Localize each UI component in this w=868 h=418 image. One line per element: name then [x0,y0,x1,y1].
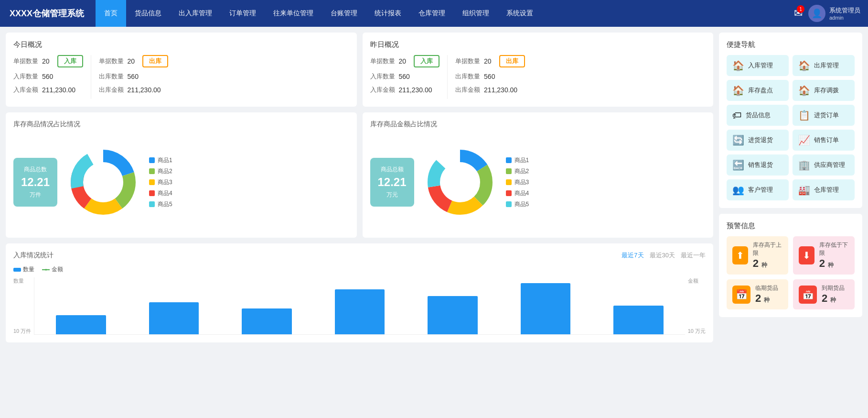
quick-nav-icon: 🏠 [798,60,810,71]
warning-count: 2 种 [822,292,845,305]
yest-qty-row: 入库数量 560 [370,72,440,81]
bar [242,308,292,334]
quick-nav-item[interactable]: 🔄进货退货 [727,130,789,151]
chart1-stat: 商品总数 12.21 万件 [13,158,57,207]
warning-info: 到期货品 2 种 [822,284,845,305]
nav-order[interactable]: 订单管理 [221,0,265,27]
yest-out-qty-value: 560 [484,73,495,80]
filter-7-btn[interactable]: 最近7天 [622,251,643,260]
yest-out-amt-value: 211,230.00 [484,86,517,94]
filter-30-btn[interactable]: 最近30天 [650,251,675,260]
quick-nav-item[interactable]: 🔙销售退货 [727,154,789,176]
today-qty-label: 入库数量 [13,72,38,81]
quick-nav-item[interactable]: 🏢供应商管理 [793,154,855,176]
inbound-legend-amt-label: 金额 [52,265,63,274]
yesterday-title: 昨日概况 [370,40,706,49]
warning-title: 预警信息 [727,221,855,231]
inbound-filters: 最近7天 最近30天 最近一年 [622,251,706,260]
warning-section: 预警信息 ⬆ 库存高于上限 2 种 ⬇ 库存低于下限 2 种 📅 临期货品 2 … [719,214,862,317]
quick-nav-label: 仓库管理 [814,186,839,194]
nav-settings[interactable]: 系统设置 [498,0,542,27]
warning-icon: ⬇ [799,246,814,264]
bar-group [592,277,685,334]
avatar: 👤 [808,5,825,22]
y-left-label: 10 万件 [13,328,31,335]
y-right-label: 10 万元 [688,328,706,335]
nav-partner[interactable]: 往来单位管理 [265,0,322,27]
today-out-amt-row: 出库金额 211,230.00 [99,86,169,94]
quick-nav-item[interactable]: 🏠出库管理 [793,55,855,76]
bar-group [220,277,313,334]
quick-nav-item[interactable]: 🏠入库管理 [727,55,789,76]
warning-item: ⬇ 库存低于下限 2 种 [793,236,855,275]
quick-nav-item[interactable]: 🏠库存盘点 [727,80,789,101]
y-left-top: 数量 [13,277,31,285]
quick-nav-item[interactable]: 👥客户管理 [727,179,789,200]
quick-nav-card: 便捷导航 🏠入库管理🏠出库管理🏠库存盘点🏠库存调拨🏷货品信息📋进货订单🔄进货退货… [719,33,862,208]
yesterday-right: 单据数量 20 出库 出库数量 560 出库金额 211,230.00 [455,55,525,99]
today-doc-value: 20 [42,57,50,65]
donut-svg-2 [422,144,498,220]
quick-nav-item[interactable]: 📋进货订单 [793,105,855,126]
warning-unit: 种 [828,262,834,268]
yest-out-amt-row: 出库金额 211,230.00 [455,86,525,94]
legend-item-2: 商品2 [149,167,172,176]
y-right-top: 金额 [688,277,706,285]
warning-info: 库存高于上限 2 种 [753,241,782,270]
user-info[interactable]: 👤 系统管理员 admin [808,5,860,22]
quick-nav-icon: 🏭 [798,184,810,196]
warning-info: 库存低于下限 2 种 [819,241,849,270]
nav-warehouse[interactable]: 仓库管理 [410,0,454,27]
yest-in-badge: 入库 [414,55,439,67]
quick-nav-item[interactable]: 📈销售订单 [793,130,855,151]
main-container: 今日概况 单据数量 20 入库 入库数量 560 入库金额 [0,27,868,418]
chart2-stat-value: 12.21 [378,176,407,189]
nav-inout[interactable]: 出入库管理 [170,0,221,27]
yest-doc-label: 单据数量 [370,57,395,66]
quick-nav-item[interactable]: 🏠库存调拨 [793,80,855,101]
nav-report[interactable]: 统计报表 [366,0,410,27]
bar [428,296,478,334]
quick-nav-label: 进货订单 [814,111,839,120]
nav-home[interactable]: 首页 [96,0,126,27]
yest-out-doc-label: 单据数量 [455,57,480,66]
chart1-stat-value: 12.21 [21,176,50,189]
quick-nav-item[interactable]: 🏷货品信息 [727,105,789,126]
chart2-legend-item-4: 商品4 [506,189,529,198]
today-amt-label: 入库金额 [13,86,38,94]
quick-nav-icon: 🔄 [732,134,744,146]
yest-out-qty-row: 出库数量 560 [455,72,525,81]
today-out-amt-label: 出库金额 [99,86,124,94]
yesterday-card: 昨日概况 单据数量 20 入库 入库数量 560 入库金额 [363,33,714,107]
logo: XXXX仓储管理系统 [0,8,96,19]
inbound-legend-row: 数量 金额 [13,265,706,274]
today-out-doc-row: 单据数量 20 出库 [99,55,169,67]
warning-icon: 📅 [799,286,817,304]
nav-ledger[interactable]: 台账管理 [322,0,366,27]
filter-year-btn[interactable]: 最近一年 [681,251,706,260]
legend-label-1: 商品1 [158,156,172,165]
chart2-stat: 商品总额 12.21 万元 [370,158,414,207]
legend-label-5: 商品5 [158,200,172,209]
inbound-legend-qty: 数量 [13,265,34,274]
warning-icon: ⬆ [732,246,748,264]
yest-amt-row: 入库金额 211,230.00 [370,86,440,94]
chart1-stat-unit: 万件 [21,191,50,199]
chart2-legend-dot-4 [506,190,512,196]
warning-item: 📅 临期货品 2 种 [727,279,788,309]
warning-count: 2 种 [755,292,778,305]
chart1-legend: 商品1 商品2 商品3 商品4 [149,156,172,209]
nav-org[interactable]: 组织管理 [454,0,498,27]
chart2-legend-item-3: 商品3 [506,178,529,187]
chart2-legend-item-2: 商品2 [506,167,529,176]
y-axis-left: 数量 10 万件 [13,277,31,335]
quick-nav-icon: 📋 [798,110,810,121]
quick-nav-item[interactable]: 🏭仓库管理 [793,179,855,200]
bars-container [34,277,685,335]
quick-nav-label: 库存盘点 [748,86,773,95]
nav-goods[interactable]: 货品信息 [126,0,170,27]
legend-item-5: 商品5 [149,200,172,209]
bar-group [499,277,592,334]
right-panel: 便捷导航 🏠入库管理🏠出库管理🏠库存盘点🏠库存调拨🏷货品信息📋进货订单🔄进货退货… [719,33,862,412]
notification-bell[interactable]: ✉ 1 [794,7,803,20]
